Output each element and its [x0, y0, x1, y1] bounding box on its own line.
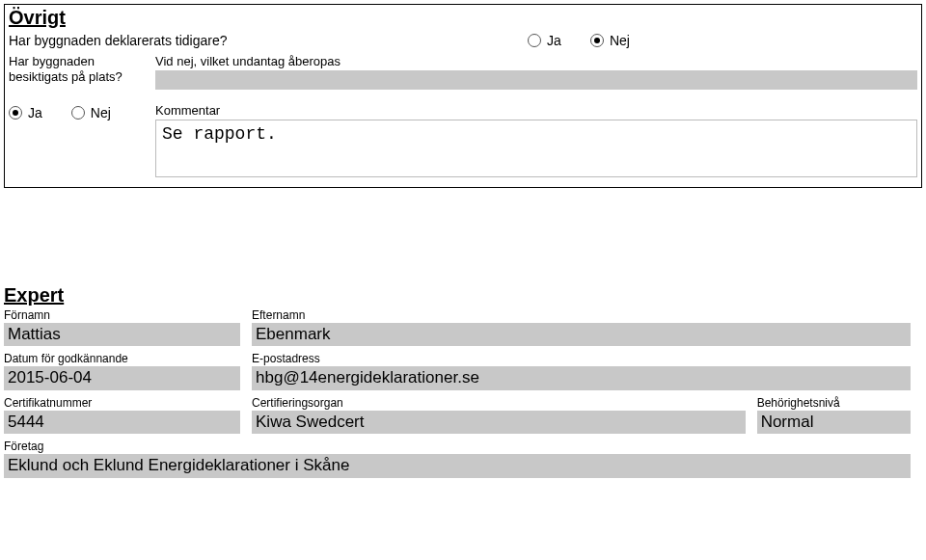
comment-label: Kommentar [155, 103, 917, 118]
organ-label: Certifieringsorgan [252, 396, 746, 410]
niva-label: Behörighetsnivå [757, 396, 911, 410]
epost-label: E-postadress [252, 352, 911, 365]
inspected-answer-row: Ja Nej Kommentar Se rapport. [5, 95, 921, 187]
cert-value: 5444 [4, 411, 240, 434]
expert-title: Expert [4, 284, 922, 307]
efternamn-value: Ebenmark [252, 323, 911, 346]
inspected-label: Har byggnaden besiktigats på plats? [9, 54, 144, 84]
ovrigt-section: Övrigt Har byggnaden deklarerats tidigar… [4, 4, 922, 188]
inspected-nej-label: Nej [91, 105, 111, 120]
declared-before-nej-label: Nej [610, 33, 630, 48]
fornamn-value: Mattias [4, 323, 240, 346]
efternamn-label: Efternamn [252, 308, 911, 322]
inspected-ja-radio[interactable] [9, 106, 22, 120]
inspected-nej-radio[interactable] [71, 106, 85, 120]
declared-before-nej-radio[interactable] [590, 34, 604, 47]
declared-before-row: Har byggnaden deklarerats tidigare? Ja N… [5, 33, 921, 54]
inspected-ja-label: Ja [28, 105, 42, 120]
declared-before-radio-group: Ja Nej [528, 33, 630, 48]
comment-input[interactable]: Se rapport. [155, 120, 917, 177]
foretag-label: Företag [4, 440, 911, 453]
epost-value: hbg@14energideklarationer.se [252, 366, 911, 389]
exception-input[interactable] [155, 70, 917, 90]
organ-value: Kiwa Swedcert [252, 411, 746, 434]
foretag-value: Eklund och Eklund Energideklarationer i … [4, 454, 911, 477]
inspected-label-line1: Har byggnaden [9, 54, 95, 68]
declared-before-label: Har byggnaden deklarerats tidigare? [9, 33, 508, 48]
expert-section: Expert Förnamn Mattias Efternamn Ebenmar… [4, 284, 922, 478]
ovrigt-title: Övrigt [5, 5, 921, 33]
cert-label: Certifikatnummer [4, 396, 240, 410]
declared-before-ja-label: Ja [547, 33, 561, 48]
niva-value: Normal [757, 411, 911, 434]
datum-label: Datum för godkännande [4, 352, 240, 365]
inspected-label-line2: besiktigats på plats? [9, 69, 123, 84]
datum-value: 2015-06-04 [4, 366, 240, 389]
inspected-row: Har byggnaden besiktigats på plats? Vid … [5, 54, 921, 95]
exception-label: Vid nej, vilket undantag åberopas [155, 54, 917, 68]
fornamn-label: Förnamn [4, 308, 240, 322]
declared-before-ja-radio[interactable] [528, 34, 541, 47]
